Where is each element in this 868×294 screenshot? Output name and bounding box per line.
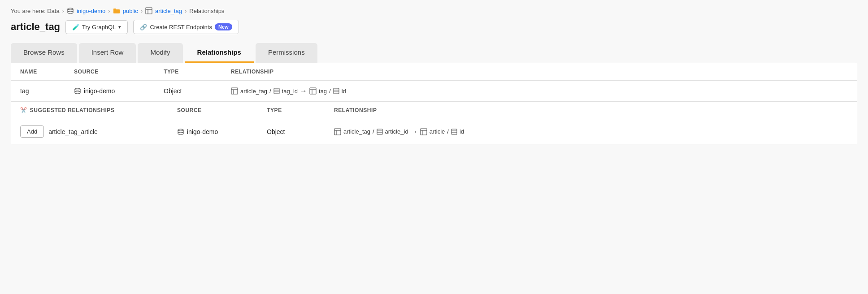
svg-rect-5 (231, 88, 238, 94)
svg-point-4 (75, 88, 80, 90)
breadcrumb-sep3: › (141, 8, 143, 14)
suggested-type-value: Object (267, 128, 285, 135)
breadcrumb: You are here: Data › inigo-demo › public… (11, 7, 857, 14)
col-header-relationship: RELATIONSHIP (231, 69, 848, 75)
table-icon-sug-from (334, 128, 341, 135)
col-icon-sug-from (377, 129, 383, 135)
content-area: NAME SOURCE TYPE RELATIONSHIP tag inigo-… (11, 63, 857, 144)
tabs-row: Browse Rows Insert Row Modify Relationsh… (11, 43, 857, 63)
suggested-col-source: SOURCE (177, 107, 267, 113)
svg-rect-18 (334, 129, 341, 135)
breadcrumb-sep4: › (185, 8, 187, 14)
header-row: article_tag 🧪 Try GraphQL ▾ 🔗 Create RES… (11, 20, 857, 34)
suggested-source-cell: inigo-demo (177, 128, 267, 135)
svg-point-17 (178, 129, 183, 131)
suggested-title-text: SUGGESTED RELATIONSHIPS (30, 107, 115, 113)
rel-source-cell: inigo-demo (74, 87, 164, 95)
rel-from-table: article_tag (240, 88, 267, 95)
tab-browse-rows-label: Browse Rows (23, 48, 65, 56)
tab-relationships-label: Relationships (197, 48, 241, 56)
col-icon-to (333, 88, 339, 94)
breadcrumb-current: Relationships (189, 8, 224, 14)
create-rest-label: Create REST Endpoints (150, 24, 212, 30)
sug-to-table: article (430, 128, 445, 135)
svg-rect-8 (274, 88, 279, 94)
tab-modify-label: Modify (150, 48, 170, 56)
rel-source-value: inigo-demo (84, 87, 115, 95)
suggested-col-type: TYPE (267, 107, 334, 113)
flask-icon: 🧪 (72, 24, 79, 30)
table-icon-to (309, 87, 317, 95)
breadcrumb-schema[interactable]: public (123, 8, 138, 14)
arrow-icon: → (300, 87, 307, 95)
tab-insert-row-label: Insert Row (91, 48, 124, 56)
rel-slash2: / (329, 88, 331, 95)
rel-name-cell: tag (20, 87, 74, 95)
suggested-source-value: inigo-demo (187, 128, 218, 135)
tab-browse-rows[interactable]: Browse Rows (11, 43, 77, 63)
page-wrapper: You are here: Data › inigo-demo › public… (0, 0, 868, 151)
try-graphql-button[interactable]: 🧪 Try GraphQL ▾ (65, 20, 128, 34)
rel-to-table: tag (319, 88, 327, 95)
breadcrumb-db[interactable]: inigo-demo (77, 8, 105, 14)
table-row: tag inigo-demo Object (11, 81, 857, 101)
suggested-type-cell: Object (267, 128, 334, 135)
svg-rect-24 (421, 129, 427, 135)
link-icon: 🔗 (140, 24, 147, 30)
sug-slash2: / (447, 128, 449, 135)
wand-icon: ✂️ (20, 107, 27, 113)
relationships-table-header: NAME SOURCE TYPE RELATIONSHIP (11, 63, 857, 81)
add-label: Add (27, 128, 37, 135)
rel-name-value: tag (20, 87, 29, 95)
create-rest-button[interactable]: 🔗 Create REST Endpoints New (133, 20, 239, 34)
suggested-header-title: ✂️ SUGGESTED RELATIONSHIPS (20, 107, 177, 113)
dropdown-arrow-icon: ▾ (118, 24, 121, 30)
arrow-icon-sug: → (411, 128, 418, 136)
suggested-col-relationship: RELATIONSHIP (334, 107, 848, 113)
db-suggested-icon (177, 128, 184, 135)
db-source-icon (74, 87, 81, 95)
breadcrumb-table[interactable]: article_tag (155, 8, 182, 14)
breadcrumb-prefix: You are here: Data (11, 8, 60, 14)
tab-relationships[interactable]: Relationships (185, 43, 254, 63)
tab-permissions-label: Permissions (268, 48, 305, 56)
col-header-type: TYPE (164, 69, 231, 75)
svg-rect-21 (377, 129, 382, 134)
svg-rect-11 (310, 88, 316, 94)
suggested-header: ✂️ SUGGESTED RELATIONSHIPS SOURCE TYPE R… (11, 102, 857, 119)
sug-slash1: / (373, 128, 374, 135)
sug-to-col: id (460, 128, 464, 135)
sug-from-col: article_id (385, 128, 408, 135)
rel-type-value: Object (164, 87, 182, 95)
svg-rect-14 (334, 88, 339, 94)
col-icon-from (273, 88, 280, 94)
suggested-section: ✂️ SUGGESTED RELATIONSHIPS SOURCE TYPE R… (11, 102, 857, 144)
tab-permissions[interactable]: Permissions (256, 43, 317, 63)
add-suggested-button[interactable]: Add (20, 125, 44, 138)
table-icon-sug-to (420, 128, 427, 135)
tab-modify[interactable]: Modify (138, 43, 182, 63)
tab-insert-row[interactable]: Insert Row (79, 43, 136, 63)
suggested-name-cell: Add article_tag_article (20, 125, 177, 138)
col-icon-sug-to (451, 129, 457, 135)
table-icon-bc (145, 7, 152, 14)
relationships-table-section: NAME SOURCE TYPE RELATIONSHIP tag inigo-… (11, 63, 857, 102)
sug-from-table: article_tag (343, 128, 370, 135)
suggested-row: Add article_tag_article inigo-demo Objec… (11, 119, 857, 144)
breadcrumb-sep1: › (62, 8, 64, 14)
table-icon-from (231, 87, 238, 95)
rel-type-cell: Object (164, 87, 231, 95)
suggested-rel-name: article_tag_article (48, 128, 98, 135)
col-header-name: NAME (20, 69, 74, 75)
db-icon (67, 7, 74, 14)
suggested-relationship-cell: article_tag / article_id → article (334, 128, 848, 136)
rel-to-col: id (342, 88, 346, 95)
rel-slash1: / (269, 88, 271, 95)
new-badge: New (215, 23, 232, 30)
svg-rect-27 (451, 129, 457, 134)
rel-relationship-cell: article_tag / tag_id → (231, 87, 848, 95)
page-title: article_tag (11, 21, 60, 33)
svg-rect-1 (146, 8, 152, 14)
rel-from-col: tag_id (282, 88, 298, 95)
breadcrumb-sep2: › (108, 8, 110, 14)
